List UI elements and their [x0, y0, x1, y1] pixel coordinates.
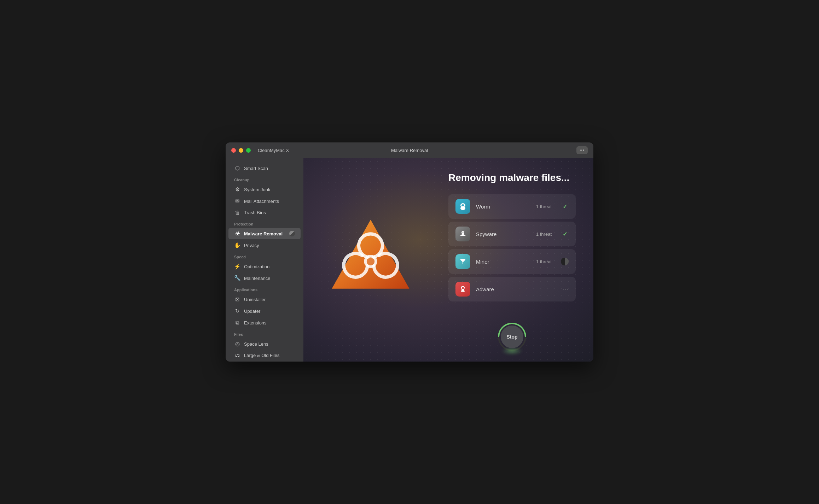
close-button[interactable]: [231, 148, 236, 153]
window-title: Malware Removal: [391, 148, 428, 153]
sidebar-item-label: Extensions: [244, 320, 267, 326]
sidebar-item-trash-bins[interactable]: 🗑 Trash Bins: [228, 207, 301, 218]
svg-rect-3: [462, 232, 464, 233]
files-section-label: Files: [226, 329, 303, 338]
malware-icon: ☣: [234, 230, 240, 237]
sidebar-item-label: Trash Bins: [244, 210, 266, 215]
sidebar-item-label: Optimization: [244, 264, 269, 269]
threat-status-adware: ···: [563, 286, 569, 292]
updater-icon: ↻: [234, 308, 240, 314]
cleanup-section-label: Cleanup: [226, 174, 303, 183]
minimize-button[interactable]: [239, 148, 243, 153]
protection-section-label: Protection: [226, 218, 303, 228]
more-options-button[interactable]: [576, 146, 588, 154]
sidebar-item-system-junk[interactable]: ⚙ System Junk: [228, 184, 301, 195]
active-indicator: [289, 231, 295, 236]
threat-count-spyware: 1 threat: [536, 232, 552, 237]
sidebar-item-mail-attachments[interactable]: ✉ Mail Attachments: [228, 195, 301, 207]
removing-title: Removing malware files...: [448, 172, 576, 183]
system-junk-icon: ⚙: [234, 186, 240, 193]
app-title: CleanMyMac X: [258, 148, 289, 153]
trash-icon: 🗑: [234, 210, 240, 216]
titlebar-right: [576, 146, 588, 154]
stop-button-container: Stop: [498, 323, 526, 351]
threat-name-spyware: Spyware: [476, 231, 530, 237]
sidebar-item-label: System Junk: [244, 187, 270, 192]
sidebar-item-label: Smart Scan: [244, 166, 268, 171]
sidebar-item-label: Maintenance: [244, 276, 270, 281]
sidebar-item-label: Malware Removal: [244, 231, 283, 236]
mail-icon: ✉: [234, 198, 240, 204]
threat-name-miner: Miner: [476, 259, 530, 265]
adware-icon: [455, 282, 470, 297]
sidebar-item-smart-scan[interactable]: ⬡ Smart Scan: [228, 163, 301, 174]
sidebar-item-large-old-files[interactable]: 🗂 Large & Old Files: [228, 350, 301, 361]
miner-icon: [455, 254, 470, 269]
sidebar-item-privacy[interactable]: ✋ Privacy: [228, 240, 301, 251]
sidebar-item-label: Mail Attachments: [244, 199, 279, 204]
threat-name-worm: Worm: [476, 204, 530, 210]
sidebar-item-uninstaller[interactable]: ⊠ Uninstaller: [228, 294, 301, 305]
threat-status-miner: [561, 258, 569, 265]
traffic-lights: [231, 148, 251, 153]
sidebar: ⬡ Smart Scan Cleanup ⚙ System Junk ✉ Mai…: [226, 158, 303, 362]
threat-item-miner: Miner 1 threat: [448, 249, 576, 274]
sidebar-item-label: Privacy: [244, 243, 259, 248]
large-files-icon: 🗂: [234, 352, 240, 358]
sidebar-item-label: Large & Old Files: [244, 353, 279, 358]
maintenance-icon: 🔧: [234, 275, 240, 281]
content-area: ⬡ Smart Scan Cleanup ⚙ System Junk ✉ Mai…: [226, 158, 593, 362]
sidebar-item-updater[interactable]: ↻ Updater: [228, 305, 301, 317]
threat-count-miner: 1 threat: [536, 259, 552, 264]
dot-icon: [583, 150, 584, 151]
spyware-icon: [455, 227, 470, 241]
applications-section-label: Applications: [226, 284, 303, 293]
glow-effect: [501, 347, 523, 354]
worm-icon: [455, 199, 470, 214]
threat-status-spyware: ✓: [561, 230, 569, 238]
dot-icon: [580, 150, 582, 151]
optimization-icon: ⚡: [234, 263, 240, 270]
threat-name-adware: Adware: [476, 286, 548, 292]
sidebar-item-maintenance[interactable]: 🔧 Maintenance: [228, 272, 301, 284]
threat-item-adware: Adware ···: [448, 277, 576, 301]
sidebar-item-optimization[interactable]: ⚡ Optimization: [228, 261, 301, 272]
uninstaller-icon: ⊠: [234, 296, 240, 303]
threat-item-spyware: Spyware 1 threat ✓: [448, 222, 576, 246]
stop-button[interactable]: Stop: [501, 326, 523, 348]
smart-scan-icon: ⬡: [234, 165, 240, 171]
biohazard-area: [303, 158, 438, 362]
stop-area: Stop: [448, 316, 576, 351]
sidebar-item-space-lens[interactable]: ◎ Space Lens: [228, 338, 301, 350]
extensions-icon: ⧉: [234, 320, 240, 326]
threat-status-worm: ✓: [561, 203, 569, 210]
biohazard-icon: [325, 214, 417, 306]
sidebar-item-malware-removal[interactable]: ☣ Malware Removal: [228, 228, 301, 239]
titlebar-left: CleanMyMac X: [231, 148, 289, 153]
svg-marker-0: [332, 220, 409, 289]
threat-item-worm: Worm 1 threat ✓: [448, 194, 576, 219]
sidebar-item-extensions[interactable]: ⧉ Extensions: [228, 317, 301, 328]
maximize-button[interactable]: [246, 148, 251, 153]
threat-count-worm: 1 threat: [536, 204, 552, 209]
app-window: CleanMyMac X Malware Removal ⬡ Smart Sca…: [226, 142, 593, 362]
speed-section-label: Speed: [226, 251, 303, 260]
main-content: Removing malware files... Worm 1 threat …: [303, 158, 593, 362]
threat-list: Worm 1 threat ✓ Spyware: [448, 194, 576, 316]
sidebar-item-label: Uninstaller: [244, 297, 266, 302]
sidebar-item-label: Space Lens: [244, 341, 268, 347]
sidebar-item-label: Updater: [244, 309, 260, 314]
titlebar: CleanMyMac X Malware Removal: [226, 142, 593, 158]
space-lens-icon: ◎: [234, 341, 240, 347]
privacy-icon: ✋: [234, 242, 240, 248]
right-panel: Removing malware files... Worm 1 threat …: [438, 158, 593, 362]
sidebar-item-shredder[interactable]: ▤ Shredder: [228, 361, 301, 362]
